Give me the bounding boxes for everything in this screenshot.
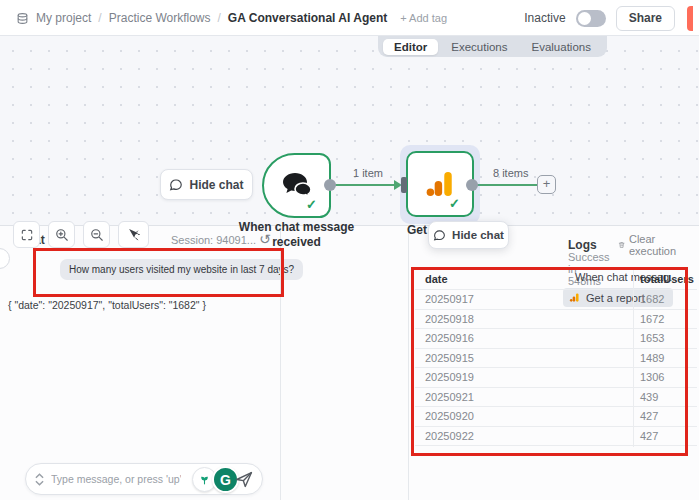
send-message-icon[interactable] xyxy=(235,471,254,488)
chat-message-input[interactable] xyxy=(51,473,181,485)
editor-tab-bar: Editor Executions Evaluations xyxy=(378,36,607,57)
node-get-a-report[interactable] xyxy=(406,151,474,217)
cell-date: 20250918 xyxy=(415,313,633,325)
tab-editor[interactable]: Editor xyxy=(383,39,438,55)
connection-items-label: 1 item xyxy=(353,167,383,179)
column-header-totalusers[interactable]: totalUsers xyxy=(633,273,697,285)
zoom-out-button[interactable] xyxy=(83,221,110,248)
hide-chat-label: Hide chat xyxy=(189,178,243,192)
chat-bubble-icon xyxy=(169,178,183,192)
tidy-up-button[interactable] xyxy=(118,221,149,248)
fit-view-button[interactable] xyxy=(13,221,40,248)
table-row[interactable]: 202509171682 xyxy=(415,290,697,310)
output-handle[interactable] xyxy=(466,179,478,191)
add-tag-button[interactable]: + Add tag xyxy=(400,12,447,24)
table-row[interactable]: 202509161653 xyxy=(415,329,697,349)
cell-totalusers: 1653 xyxy=(633,332,697,344)
tab-evaluations[interactable]: Evaluations xyxy=(521,39,602,55)
activate-toggle[interactable] xyxy=(576,10,606,27)
input-handle[interactable] xyxy=(401,177,407,193)
zoom-in-button[interactable] xyxy=(48,221,75,248)
table-header-row: date totalUsers xyxy=(415,269,697,290)
save-button-partial[interactable] xyxy=(687,6,693,31)
column-header-date[interactable]: date xyxy=(415,273,633,285)
breadcrumb: My project / Practice Workflows / GA Con… xyxy=(16,0,447,36)
cell-totalusers: 1306 xyxy=(633,371,697,383)
cell-date: 20250922 xyxy=(415,430,633,442)
cell-date: 20250916 xyxy=(415,332,633,344)
canvas-controls xyxy=(13,221,149,248)
chat-bot-message: { "date": "20250917", "totalUsers": "168… xyxy=(8,299,206,311)
table-row[interactable]: 20250922427 xyxy=(415,427,697,447)
toggle-knob xyxy=(578,12,591,25)
hide-chat-label: Hide chat xyxy=(452,229,504,241)
workflow-canvas[interactable]: Hide chat 1 item 8 items + ✓ xyxy=(0,36,699,225)
cell-date: 20250919 xyxy=(415,371,633,383)
workflow-status-label: Inactive xyxy=(524,11,565,25)
breadcrumb-separator: / xyxy=(218,11,221,25)
n8n-workflow-editor: My project / Practice Workflows / GA Con… xyxy=(0,0,699,500)
table-row[interactable]: 202509181672 xyxy=(415,310,697,330)
breadcrumb-separator: / xyxy=(98,11,101,25)
tab-executions[interactable]: Executions xyxy=(440,39,518,55)
chat-trigger-icon xyxy=(281,171,313,201)
breadcrumb-folder[interactable]: Practice Workflows xyxy=(109,11,211,25)
cell-totalusers: 427 xyxy=(633,410,697,422)
cell-totalusers: 427 xyxy=(633,430,697,442)
breadcrumb-project[interactable]: My project xyxy=(36,11,91,25)
table-row[interactable]: 20250921439 xyxy=(415,388,697,408)
node-label-trigger: When chat message received xyxy=(231,220,362,250)
output-table: date totalUsers 202509171682 20250918167… xyxy=(415,269,697,446)
cell-totalusers: 439 xyxy=(633,391,697,403)
share-button[interactable]: Share xyxy=(616,6,675,31)
add-node-button[interactable]: + xyxy=(537,175,556,194)
project-icon xyxy=(16,12,29,25)
connection-line[interactable] xyxy=(472,184,538,186)
chat-bubble-icon xyxy=(433,229,446,242)
top-bar: My project / Practice Workflows / GA Con… xyxy=(0,0,699,36)
chat-user-message: How many users visited my website in las… xyxy=(60,259,303,280)
top-bar-actions: Inactive Share xyxy=(524,0,693,36)
cell-totalusers: 1489 xyxy=(633,352,697,364)
workflow-name[interactable]: GA Conversational AI Agent xyxy=(228,11,387,25)
cell-date: 20250920 xyxy=(415,410,633,422)
success-check-icon: ✓ xyxy=(449,196,460,211)
chat-input-container: G xyxy=(25,463,263,495)
cell-date: 20250915 xyxy=(415,352,633,364)
connection-items-label: 8 items xyxy=(493,167,528,179)
cell-date: 20250921 xyxy=(415,391,633,403)
logs-panel: Logs Clear execution Success in 548ms Wh… xyxy=(280,226,408,500)
success-check-icon: ✓ xyxy=(306,197,317,212)
hide-chat-button[interactable]: Hide chat xyxy=(160,169,253,200)
table-row[interactable]: 202509191306 xyxy=(415,368,697,388)
node-when-chat-message-received[interactable] xyxy=(262,153,331,218)
history-chevrons-icon[interactable] xyxy=(35,473,44,486)
table-row[interactable]: 202509151489 xyxy=(415,349,697,369)
connection-line[interactable] xyxy=(330,184,398,186)
cell-totalusers: 1682 xyxy=(633,293,697,305)
cell-date: 20250917 xyxy=(415,293,633,305)
chat-panel: Chat Session: 94091... ↺ How many users … xyxy=(0,226,280,500)
table-column-divider xyxy=(633,269,634,447)
hide-chat-floating-button[interactable]: Hide chat xyxy=(428,221,509,249)
output-handle[interactable] xyxy=(324,179,336,191)
bottom-panel: Chat Session: 94091... ↺ How many users … xyxy=(0,225,699,500)
table-row[interactable]: 20250920427 xyxy=(415,407,697,427)
panel-collapse-handle[interactable] xyxy=(0,248,10,269)
cell-totalusers: 1672 xyxy=(633,313,697,325)
